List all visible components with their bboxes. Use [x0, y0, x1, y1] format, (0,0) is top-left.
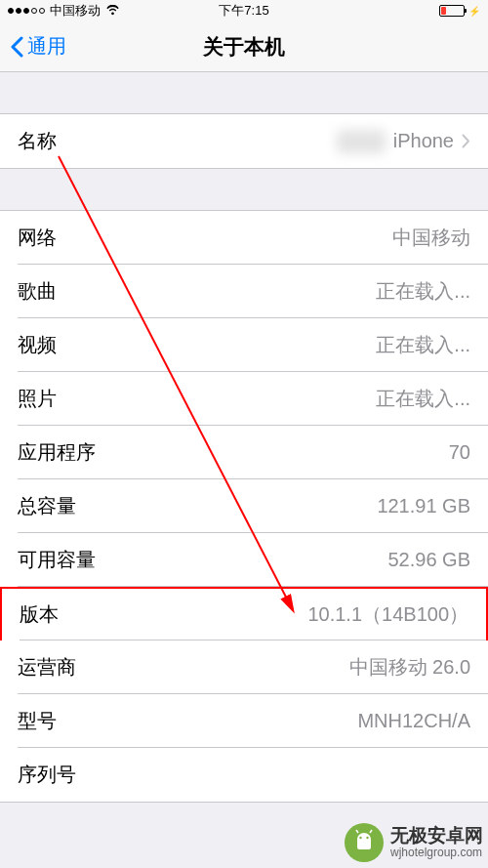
battery-icon	[439, 5, 465, 17]
watermark-logo-icon	[344, 822, 385, 863]
apps-row: 应用程序 70	[0, 426, 488, 479]
available-capacity-row: 可用容量 52.96 GB	[0, 533, 488, 587]
row-label: 总容量	[18, 493, 76, 519]
carrier-label: 中国移动	[50, 2, 101, 20]
wifi-icon	[105, 5, 120, 17]
status-time: 下午7:15	[219, 2, 268, 20]
status-left: 中国移动	[8, 2, 120, 20]
row-value: 52.96 GB	[387, 549, 470, 571]
back-chevron-icon	[10, 36, 23, 58]
model-row: 型号 MNH12CH/A	[0, 694, 488, 748]
signal-strength-icon	[8, 8, 45, 14]
videos-row: 视频 正在载入...	[0, 318, 488, 372]
status-right: ⚡	[439, 5, 480, 17]
row-value: 正在载入...	[376, 386, 470, 412]
row-value: 正在载入...	[376, 278, 470, 305]
name-row[interactable]: 名称 iPhone	[0, 114, 488, 168]
row-label: 名称	[18, 128, 57, 154]
status-bar: 中国移动 下午7:15 ⚡	[0, 0, 488, 21]
navigation-bar: 通用 关于本机	[0, 21, 488, 72]
chevron-right-icon	[462, 134, 470, 148]
total-capacity-row: 总容量 121.91 GB	[0, 479, 488, 533]
photos-row: 照片 正在载入...	[0, 372, 488, 426]
device-name-group: 名称 iPhone	[0, 113, 488, 169]
watermark-title: 无极安卓网	[390, 826, 483, 847]
back-label: 通用	[27, 33, 66, 60]
device-info-group: 网络 中国移动 歌曲 正在载入... 视频 正在载入... 照片 正在载入...…	[0, 210, 488, 803]
blurred-prefix	[337, 130, 386, 153]
carrier-row: 运营商 中国移动 26.0	[0, 641, 488, 694]
row-value: 正在载入...	[376, 332, 470, 358]
row-label: 型号	[18, 708, 57, 734]
version-row: 版本 10.1.1（14B100）	[0, 587, 488, 641]
row-value: 70	[449, 441, 470, 464]
serial-row: 序列号	[0, 748, 488, 802]
row-label: 照片	[18, 386, 57, 412]
row-label: 版本	[20, 601, 59, 628]
row-label: 序列号	[18, 762, 76, 788]
row-label: 可用容量	[18, 547, 96, 573]
row-value: MNH12CH/A	[357, 710, 470, 732]
svg-point-3	[359, 837, 361, 839]
charging-icon: ⚡	[468, 6, 480, 17]
row-label: 歌曲	[18, 278, 57, 305]
row-value: iPhone	[337, 130, 470, 153]
svg-point-4	[366, 837, 368, 839]
row-value: 121.91 GB	[377, 495, 470, 517]
network-row: 网络 中国移动	[0, 211, 488, 265]
row-label: 应用程序	[18, 439, 96, 466]
row-label: 视频	[18, 332, 57, 358]
songs-row: 歌曲 正在载入...	[0, 265, 488, 318]
back-button[interactable]: 通用	[10, 33, 66, 60]
row-value: 中国移动 26.0	[349, 654, 470, 681]
page-title: 关于本机	[203, 33, 285, 61]
row-value: 10.1.1（14B100）	[307, 601, 468, 628]
watermark: 无极安卓网 wjhotelgroup.com	[344, 822, 483, 863]
watermark-url: wjhotelgroup.com	[390, 847, 483, 859]
row-label: 运营商	[18, 654, 76, 681]
row-label: 网络	[18, 225, 57, 251]
row-value: 中国移动	[392, 225, 470, 251]
